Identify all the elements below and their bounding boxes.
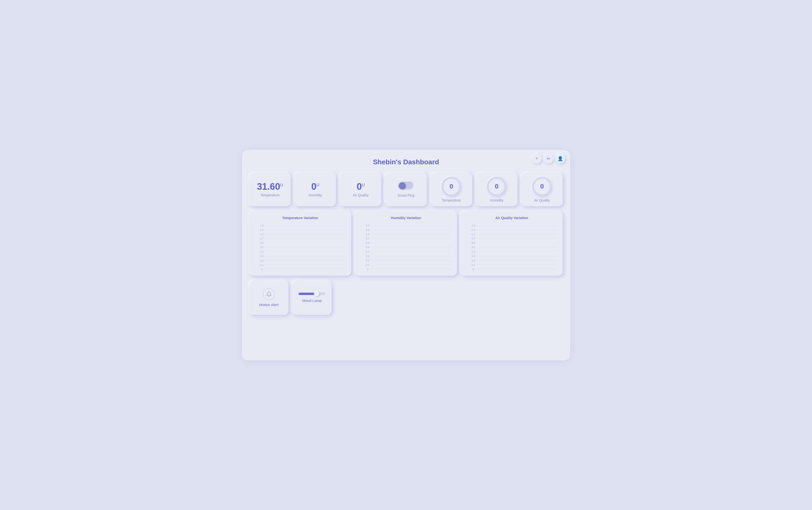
air-quality-chart-title: Air Quality Variation <box>465 216 559 220</box>
air-quality-chart-card: Air Quality Variation 1.0 0.9 0.8 0.7 0.… <box>461 211 563 276</box>
svg-text:0.6: 0.6 <box>366 242 369 244</box>
svg-text:0.3: 0.3 <box>260 254 263 257</box>
temperature-chart-title: Temperature Variation <box>253 216 347 220</box>
svg-text:0.3: 0.3 <box>366 254 369 257</box>
humidity-chart-area: 1.0 0.9 0.8 0.7 0.6 0.5 0.4 0.3 <box>359 223 453 272</box>
temperature-chart-area: 1.0 0.9 0.8 0.7 0.6 0.5 0.4 0.3 <box>253 223 347 272</box>
air-quality-chart-area: 1.0 0.9 0.8 0.7 0.6 0.5 0.4 0.3 <box>465 223 559 272</box>
gauge-temperature-circle: 0 <box>441 177 461 197</box>
svg-text:0.4: 0.4 <box>366 250 369 253</box>
svg-text:0.4: 0.4 <box>472 250 475 253</box>
gauge-air-quality-label: Air Quality <box>534 198 550 202</box>
svg-text:0.2: 0.2 <box>366 259 369 262</box>
gauge-temperature-widget: 0 Temperature <box>431 173 472 206</box>
svg-text:0.6: 0.6 <box>260 242 263 244</box>
smart-plug-label: Smart Plug <box>398 193 414 197</box>
svg-text:0.7: 0.7 <box>260 237 263 240</box>
page-title: Shebin's Dashboard <box>249 157 563 166</box>
mood-lamp-slider-track[interactable] <box>298 293 325 295</box>
air-quality-label: Air Quality <box>353 193 369 197</box>
svg-text:0.4: 0.4 <box>260 250 263 253</box>
temperature-widget: 31.60U Temperature <box>249 173 291 206</box>
edit-button[interactable]: ✏ <box>544 154 553 163</box>
gauge-humidity-widget: 0 Humidity <box>476 173 517 206</box>
svg-text:0: 0 <box>367 268 368 271</box>
toggle-track[interactable] <box>398 182 414 190</box>
svg-text:0.5: 0.5 <box>366 246 369 249</box>
humidity-chart-title: Humidity Variation <box>359 216 453 220</box>
svg-text:0.9: 0.9 <box>472 229 475 231</box>
mood-lamp-label: Mood Lamp <box>302 298 321 303</box>
svg-text:0: 0 <box>261 268 262 271</box>
svg-text:0.1: 0.1 <box>472 264 475 266</box>
svg-text:0.3: 0.3 <box>472 254 475 257</box>
gauge-humidity-value: 0 <box>495 183 498 190</box>
svg-text:0.2: 0.2 <box>472 259 475 262</box>
gauge-humidity-label: Humidity <box>490 198 503 202</box>
widgets-row: 31.60U Temperature 0U Humidity 0U Air Qu… <box>249 173 563 206</box>
svg-text:1.0: 1.0 <box>260 224 263 227</box>
motion-alert-widget: Motion Alert <box>249 280 288 315</box>
svg-text:0.9: 0.9 <box>366 229 369 231</box>
svg-text:0.8: 0.8 <box>366 233 369 236</box>
svg-text:0.9: 0.9 <box>260 229 263 231</box>
temperature-chart-card: Temperature Variation 1.0 0.9 0.8 0.7 0.… <box>249 211 351 276</box>
svg-text:1.0: 1.0 <box>366 224 369 227</box>
bottom-row: Motion Alert Mood Lamp <box>249 280 563 315</box>
bell-icon <box>263 289 275 300</box>
dashboard-container: + ✏ 👤 Shebin's Dashboard 31.60U Temperat… <box>242 150 570 360</box>
svg-text:0.8: 0.8 <box>472 233 475 236</box>
humidity-widget: 0U Humidity <box>295 173 336 206</box>
svg-text:0.7: 0.7 <box>472 237 475 240</box>
mood-lamp-widget: Mood Lamp <box>292 280 331 315</box>
svg-text:0.5: 0.5 <box>260 246 263 249</box>
toggle-thumb <box>399 182 406 189</box>
svg-text:1.0: 1.0 <box>472 224 475 227</box>
smart-plug-widget: Smart Plug <box>385 173 427 206</box>
gauge-air-quality-circle: 0 <box>532 177 552 197</box>
air-quality-widget: 0U Air Quality <box>340 173 381 206</box>
charts-row: Temperature Variation 1.0 0.9 0.8 0.7 0.… <box>249 211 563 276</box>
temperature-value: 31.60U <box>257 182 283 192</box>
toolbar: + ✏ 👤 <box>532 154 565 163</box>
gauge-temperature-label: Temperature <box>442 198 461 202</box>
svg-text:0.8: 0.8 <box>260 233 263 236</box>
svg-text:0.1: 0.1 <box>366 264 369 266</box>
add-button[interactable]: + <box>532 154 542 163</box>
user-button[interactable]: 👤 <box>555 154 565 163</box>
humidity-value: 0U <box>311 182 319 192</box>
bell-svg <box>266 291 272 297</box>
gauge-temperature-value: 0 <box>450 183 453 190</box>
mood-lamp-slider-thumb[interactable] <box>314 291 319 296</box>
svg-text:0.1: 0.1 <box>260 264 263 266</box>
air-quality-chart-svg: 1.0 0.9 0.8 0.7 0.6 0.5 0.4 0.3 <box>465 223 559 272</box>
temperature-chart-svg: 1.0 0.9 0.8 0.7 0.6 0.5 0.4 0.3 <box>253 223 347 272</box>
gauge-humidity-circle: 0 <box>487 177 506 197</box>
svg-text:0: 0 <box>473 268 474 271</box>
humidity-label: Humidity <box>309 193 322 197</box>
svg-text:0.6: 0.6 <box>472 242 475 244</box>
svg-text:0.2: 0.2 <box>260 259 263 262</box>
gauge-air-quality-value: 0 <box>540 183 544 190</box>
humidity-chart-svg: 1.0 0.9 0.8 0.7 0.6 0.5 0.4 0.3 <box>359 223 453 272</box>
smart-plug-toggle[interactable] <box>398 182 414 190</box>
temperature-label: Temperature <box>260 193 280 197</box>
motion-alert-label: Motion Alert <box>259 303 279 307</box>
humidity-chart-card: Humidity Variation 1.0 0.9 0.8 0.7 0.6 0… <box>355 211 457 276</box>
air-quality-value: 0U <box>357 182 365 192</box>
svg-text:0.5: 0.5 <box>472 246 475 249</box>
svg-text:0.7: 0.7 <box>366 237 369 240</box>
gauge-air-quality-widget: 0 Air Quality <box>521 173 563 206</box>
